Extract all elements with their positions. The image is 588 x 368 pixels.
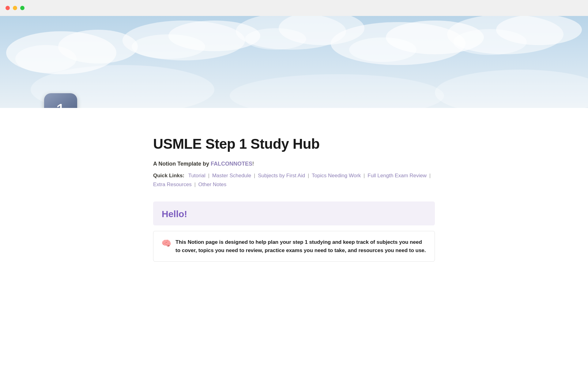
sep-4: | (364, 173, 366, 178)
quick-links-label: Quick Links: (153, 173, 184, 178)
subtitle-prefix: A Notion Template by (153, 161, 211, 167)
sep-1: | (208, 173, 211, 178)
quick-link-subjects-by-first-aid[interactable]: Subjects by First Aid (258, 173, 305, 178)
info-box: 🧠 This Notion page is designed to help p… (153, 231, 435, 262)
titlebar (0, 0, 588, 16)
info-emoji: 🧠 (161, 239, 171, 248)
main-content: USMLE Step 1 Study Hub A Notion Template… (123, 108, 466, 280)
svg-point-3 (15, 45, 77, 73)
hero-banner: 1 (0, 16, 588, 108)
close-button[interactable] (6, 6, 10, 10)
quick-link-topics-needing-work[interactable]: Topics Needing Work (312, 173, 361, 178)
quick-link-full-length-exam-review[interactable]: Full Length Exam Review (368, 173, 427, 178)
sep-3: | (308, 173, 311, 178)
minimize-button[interactable] (13, 6, 17, 10)
info-box-content: 🧠 This Notion page is designed to help p… (161, 238, 427, 255)
quick-link-tutorial[interactable]: Tutorial (188, 173, 205, 178)
page-icon: 1 (44, 93, 77, 108)
subtitle-line: A Notion Template by FALCONNOTES! (153, 161, 435, 167)
hello-section: Hello! (153, 201, 435, 225)
info-text-block: This Notion page is designed to help pla… (175, 238, 427, 255)
sep-6: | (194, 182, 197, 187)
quick-link-other-notes[interactable]: Other Notes (198, 182, 227, 187)
maximize-button[interactable] (20, 6, 24, 10)
falconnotes-link[interactable]: FALCONNOTES (211, 161, 252, 167)
page-icon-number: 1 (56, 100, 66, 108)
page-wrapper: 1 USMLE Step 1 Study Hub A Notion Templa… (0, 0, 588, 280)
page-icon-wrapper: 1 (44, 93, 77, 108)
sep-2: | (254, 173, 257, 178)
svg-point-12 (349, 37, 417, 62)
svg-point-9 (245, 28, 306, 50)
clouds-svg (0, 16, 588, 108)
quick-links-line: Quick Links: Tutorial | Master Schedule … (153, 171, 435, 189)
hello-title: Hello! (162, 209, 426, 219)
svg-point-6 (132, 34, 205, 59)
subtitle-suffix: ! (252, 161, 254, 167)
page-title: USMLE Step 1 Study Hub (153, 136, 435, 152)
info-main-text: This Notion page is designed to help pla… (175, 238, 427, 255)
quick-link-master-schedule[interactable]: Master Schedule (212, 173, 251, 178)
svg-point-15 (453, 29, 527, 55)
sep-5: | (429, 173, 431, 178)
quick-link-extra-resources[interactable]: Extra Resources (153, 182, 192, 187)
